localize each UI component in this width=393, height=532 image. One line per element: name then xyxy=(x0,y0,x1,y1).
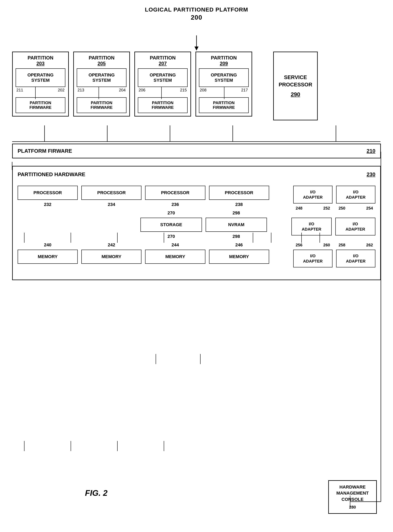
platform-firmware: PLATFORM FIRWARE 210 xyxy=(12,144,381,158)
io-adapter-258-262: I/OADAPTER 258 262 xyxy=(336,250,375,267)
fig-label: FIG. 2 xyxy=(85,488,108,498)
partition-205: PARTITION 205 OPERATINGSYSTEM 213 204 PA… xyxy=(73,52,130,117)
ref-280: 280 xyxy=(333,504,372,510)
os-209-refs: 208 217 xyxy=(199,88,249,93)
fw-207: PARTITIONFIRMWARE xyxy=(138,97,188,113)
partition-207: PARTITION 207 OPERATINGSYSTEM 206 215 PA… xyxy=(134,52,191,117)
fw-205: PARTITIONFIRMWARE xyxy=(77,97,127,113)
ref-270-top: 270 xyxy=(167,210,175,216)
svg-marker-1 xyxy=(194,47,199,51)
ref-211: 211 xyxy=(16,88,23,93)
ref-242: 242 xyxy=(108,242,115,248)
processor-232: PROCESSOR 232 xyxy=(18,186,78,200)
memory-240: MEMORY 240 xyxy=(18,250,78,264)
partition-203-num: 203 xyxy=(16,61,65,66)
io-adapter-250-254: I/OADAPTER 250 254 xyxy=(336,186,375,204)
ref-252: 252 xyxy=(323,205,330,211)
diagram-title: LOGICAL PARTITIONED PLATFORM 200 xyxy=(145,6,248,22)
processor-236: PROCESSOR 236 xyxy=(145,186,205,200)
ph-header: PARTITIONED HARDWARE 230 xyxy=(18,171,375,178)
ref-206: 206 xyxy=(139,88,145,93)
processor-234: PROCESSOR 234 xyxy=(81,186,142,200)
processor-238: PROCESSOR 238 xyxy=(209,186,269,200)
partition-205-title: PARTITION xyxy=(77,55,127,61)
os-205: OPERATINGSYSTEM xyxy=(77,68,127,87)
partition-203-title: PARTITION xyxy=(16,55,65,61)
ph-label: PARTITIONED HARDWARE xyxy=(18,171,85,178)
ref-234: 234 xyxy=(108,202,115,207)
diagram: LOGICAL PARTITIONED PLATFORM 200 PARTITI… xyxy=(0,0,393,532)
ref-270: 270 xyxy=(167,234,175,239)
storage-270: STORAGE 270 270 xyxy=(140,218,202,232)
sp-num: 290 xyxy=(291,90,300,98)
os-207: OPERATINGSYSTEM xyxy=(138,68,188,87)
partition-207-title: PARTITION xyxy=(138,55,188,61)
ref-246: 246 xyxy=(235,242,243,248)
ref-215: 215 xyxy=(180,88,187,93)
ref-256: 256 xyxy=(296,242,302,248)
ref-217: 217 xyxy=(241,88,248,93)
ref-204: 204 xyxy=(119,88,126,93)
ref-240: 240 xyxy=(44,242,51,248)
ref-298: 298 xyxy=(232,234,240,239)
os-209: OPERATINGSYSTEM xyxy=(199,68,249,87)
ref-260: 260 xyxy=(323,242,330,248)
ph-num: 230 xyxy=(367,171,375,178)
ref-238: 238 xyxy=(235,202,243,207)
hmc-box: HARDWAREMANAGEMENTCONSOLE 280 xyxy=(328,480,377,514)
pf-num: 210 xyxy=(367,148,375,154)
ref-262: 262 xyxy=(366,242,373,248)
ref-298-top: 298 xyxy=(232,210,240,216)
title-text: LOGICAL PARTITIONED PLATFORM xyxy=(145,6,248,13)
ref-248: 248 xyxy=(296,205,302,211)
service-processor: SERVICE PROCESSOR 290 xyxy=(273,52,318,120)
partition-209-num: 209 xyxy=(199,61,249,66)
ref-254: 254 xyxy=(366,205,373,211)
io-adapter-mid-right: I/OADAPTER xyxy=(335,218,375,235)
ref-208: 208 xyxy=(200,88,206,93)
memory-244: MEMORY 244 xyxy=(145,250,205,264)
title-num: 200 xyxy=(145,13,248,22)
partition-207-num: 207 xyxy=(138,61,188,66)
sp-label: SERVICE PROCESSOR xyxy=(277,74,314,88)
io-adapter-256-260: I/OADAPTER 256 260 xyxy=(293,250,333,267)
partition-203: PARTITION 203 OPERATINGSYSTEM 211 202 PA… xyxy=(12,52,69,117)
os-203-refs: 211 202 xyxy=(16,88,65,93)
os-207-refs: 206 215 xyxy=(138,88,188,93)
memory-242: MEMORY 242 xyxy=(81,250,142,264)
fw-209: PARTITIONFIRMWARE xyxy=(199,97,249,113)
io-adapter-248-252: I/OADAPTER 248 252 xyxy=(293,186,333,204)
partition-209: PARTITION 209 OPERATINGSYSTEM 208 217 PA… xyxy=(196,52,252,117)
ref-202: 202 xyxy=(58,88,64,93)
memory-246: MEMORY 246 xyxy=(209,250,269,264)
os-203: OPERATINGSYSTEM xyxy=(16,68,65,87)
ref-258: 258 xyxy=(339,242,345,248)
hmc-label: HARDWAREMANAGEMENTCONSOLE xyxy=(336,484,369,502)
ref-250: 250 xyxy=(339,205,345,211)
ref-236: 236 xyxy=(172,202,179,207)
partition-205-num: 205 xyxy=(77,61,127,66)
ref-244: 244 xyxy=(172,242,179,248)
ref-232: 232 xyxy=(44,202,51,207)
partition-209-title: PARTITION xyxy=(199,55,249,61)
os-205-refs: 213 204 xyxy=(77,88,127,93)
ref-213: 213 xyxy=(78,88,84,93)
fw-203: PARTITIONFIRMWARE xyxy=(16,97,65,113)
pf-label: PLATFORM FIRWARE xyxy=(18,148,72,154)
io-adapter-mid-left: I/OADAPTER xyxy=(291,218,331,235)
partitioned-hardware: PARTITIONED HARDWARE 230 PROCESSOR 232 P… xyxy=(12,166,381,280)
nvram-298: NVRAM 298 298 xyxy=(206,218,267,232)
